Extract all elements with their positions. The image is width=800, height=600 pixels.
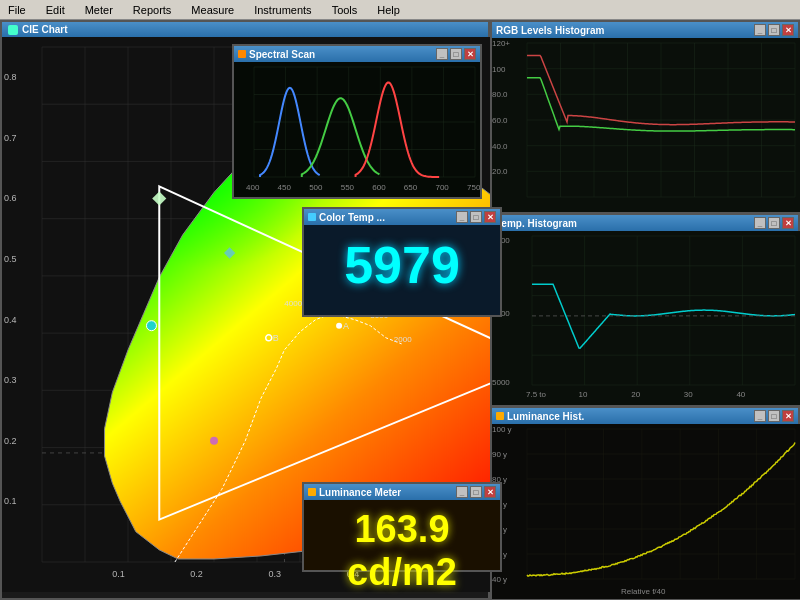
menu-reports[interactable]: Reports: [129, 4, 176, 16]
menu-instruments[interactable]: Instruments: [250, 4, 315, 16]
luminance-title-label: Luminance Meter: [319, 487, 401, 498]
temp-histogram-canvas: [492, 231, 800, 405]
lumhist-title-label: Luminance Hist.: [507, 411, 584, 422]
spectral-maximize-btn[interactable]: □: [450, 48, 462, 60]
temp-histogram-panel: Temp. Histogram _ □ ✕: [490, 213, 800, 406]
temp-minimize-btn[interactable]: _: [754, 217, 766, 229]
luminance-value: 163.9 cd/m2: [304, 500, 500, 600]
colortemp-minimize-btn[interactable]: _: [456, 211, 468, 223]
luminance-hist-canvas: [492, 424, 800, 599]
colortemp-title-label: Color Temp ...: [319, 212, 385, 223]
lumhist-close-btn[interactable]: ✕: [782, 410, 794, 422]
spectral-minimize-btn[interactable]: _: [436, 48, 448, 60]
colortemp-value: 5979: [304, 225, 500, 305]
colortemp-title-bar: Color Temp ... _ □ ✕: [304, 209, 500, 225]
luminance-close-btn[interactable]: ✕: [484, 486, 496, 498]
spectral-close-btn[interactable]: ✕: [464, 48, 476, 60]
lumhist-maximize-btn[interactable]: □: [768, 410, 780, 422]
luminance-hist-panel: Luminance Hist. _ □ ✕: [490, 406, 800, 600]
cie-title-label: CIE Chart: [22, 24, 68, 35]
luminance-meter-panel: Luminance Meter _ □ ✕ 163.9 cd/m2: [302, 482, 502, 572]
spectral-win-buttons: _ □ ✕: [436, 48, 476, 60]
luminance-title-bar: Luminance Meter _ □ ✕: [304, 484, 500, 500]
colortemp-maximize-btn[interactable]: □: [470, 211, 482, 223]
menu-edit[interactable]: Edit: [42, 4, 69, 16]
lumhist-win-buttons: _ □ ✕: [754, 410, 794, 422]
menu-file[interactable]: File: [4, 4, 30, 16]
rgb-histogram-canvas: [492, 38, 800, 212]
rgb-minimize-btn[interactable]: _: [754, 24, 766, 36]
spectral-icon: [238, 50, 246, 58]
temp-title-label: Temp. Histogram: [496, 218, 577, 229]
spectral-scan-panel: Spectral Scan _ □ ✕: [232, 44, 482, 199]
temp-win-buttons: _ □ ✕: [754, 217, 794, 229]
colortemp-close-btn[interactable]: ✕: [484, 211, 496, 223]
luminance-win-buttons: _ □ ✕: [456, 486, 496, 498]
rgb-title-bar: RGB Levels Histogram _ □ ✕: [492, 22, 798, 38]
menu-bar: File Edit Meter Reports Measure Instrume…: [0, 0, 800, 20]
luminance-minimize-btn[interactable]: _: [456, 486, 468, 498]
cie-title-bar: CIE Chart: [2, 22, 488, 37]
cie-chart-panel: CIE Chart Spectral Scan _ □ ✕: [0, 20, 490, 600]
menu-measure[interactable]: Measure: [187, 4, 238, 16]
rgb-title-label: RGB Levels Histogram: [496, 25, 604, 36]
spectral-title-bar: Spectral Scan _ □ ✕: [234, 46, 480, 62]
menu-help[interactable]: Help: [373, 4, 404, 16]
temp-maximize-btn[interactable]: □: [768, 217, 780, 229]
lumhist-minimize-btn[interactable]: _: [754, 410, 766, 422]
rgb-close-btn[interactable]: ✕: [782, 24, 794, 36]
spectral-title-label: Spectral Scan: [249, 49, 315, 60]
menu-meter[interactable]: Meter: [81, 4, 117, 16]
luminance-icon: [308, 488, 316, 496]
temp-close-btn[interactable]: ✕: [782, 217, 794, 229]
colortemp-icon: [308, 213, 316, 221]
rgb-histogram-panel: RGB Levels Histogram _ □ ✕: [490, 20, 800, 213]
temp-title-bar: Temp. Histogram _ □ ✕: [492, 215, 798, 231]
colortemp-win-buttons: _ □ ✕: [456, 211, 496, 223]
luminance-maximize-btn[interactable]: □: [470, 486, 482, 498]
colortemp-panel: Color Temp ... _ □ ✕ 5979: [302, 207, 502, 317]
lumhist-icon: [496, 412, 504, 420]
menu-tools[interactable]: Tools: [328, 4, 362, 16]
cie-icon: [8, 25, 18, 35]
right-panels: RGB Levels Histogram _ □ ✕ Temp. Histogr…: [490, 20, 800, 600]
lumhist-title-bar: Luminance Hist. _ □ ✕: [492, 408, 798, 424]
spectral-canvas: [234, 62, 480, 197]
rgb-maximize-btn[interactable]: □: [768, 24, 780, 36]
main-area: CIE Chart Spectral Scan _ □ ✕: [0, 20, 800, 600]
rgb-win-buttons: _ □ ✕: [754, 24, 794, 36]
